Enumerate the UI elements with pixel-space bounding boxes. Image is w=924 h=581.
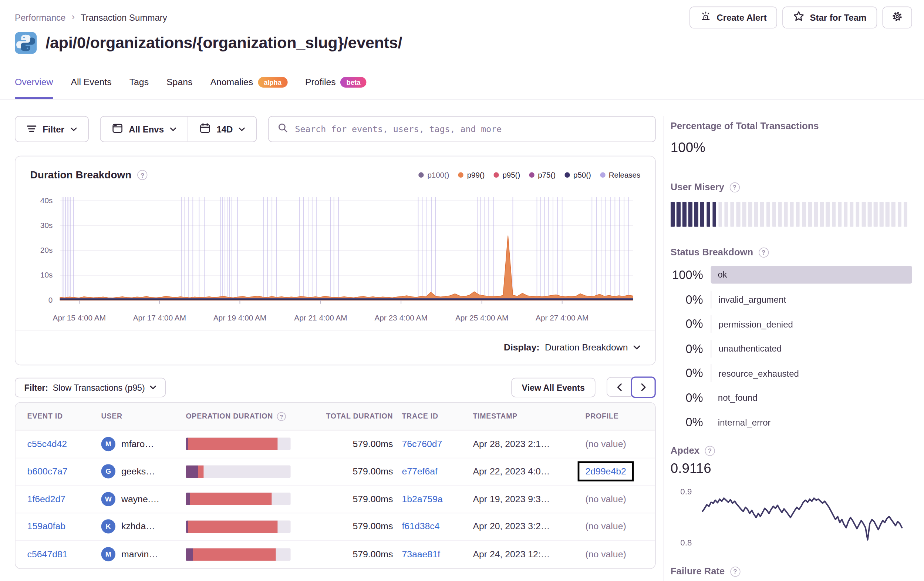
- event-id-link[interactable]: c55c4d42: [27, 439, 67, 449]
- status-row-permission-denied: 0% permission_denied: [671, 315, 912, 333]
- status-row-invalid-argument: 0% invalid_argument: [671, 290, 912, 308]
- misery-tick: [671, 202, 674, 227]
- help-icon[interactable]: ?: [705, 445, 714, 455]
- sidebar-divider: [663, 116, 663, 581]
- legend-item-releases[interactable]: Releases: [600, 170, 640, 179]
- timestamp: Apr 20, 2023 3:2…: [473, 521, 585, 532]
- misery-tick: [832, 202, 836, 227]
- help-icon[interactable]: ?: [729, 182, 739, 192]
- misery-tick: [862, 202, 866, 227]
- event-id-link[interactable]: 159a0fab: [27, 521, 66, 531]
- transactions-filter-label: Filter:: [25, 382, 48, 392]
- status-pct: 100%: [671, 268, 703, 281]
- status-label: unauthenticated: [711, 340, 912, 358]
- misery-tick: [754, 202, 758, 227]
- date-range-selector[interactable]: 14D: [188, 117, 257, 141]
- legend-dot: [493, 172, 498, 178]
- events-list-controls: Filter: Slow Transactions (p95) View All…: [15, 377, 656, 398]
- legend-item-p100[interactable]: p100(): [418, 170, 449, 179]
- profile-link[interactable]: 2d99e4b2: [585, 466, 626, 476]
- chevron-down-icon: [70, 127, 77, 131]
- event-id-link[interactable]: 1f6ed2d7: [27, 494, 66, 504]
- legend-item-p95[interactable]: p95(): [493, 170, 520, 179]
- filter-button[interactable]: Filter: [15, 116, 89, 142]
- status-rows: 100% ok 0% invalid_argument 0% permissio…: [671, 266, 912, 431]
- legend-item-p99[interactable]: p99(): [458, 170, 485, 179]
- breadcrumb: Performance › Transaction Summary: [15, 12, 167, 23]
- user-name: kzhda…: [121, 521, 155, 532]
- duration-chart-plot[interactable]: 40s 30s 20s 10s 0 Apr 15 4:00 AM Apr 17 …: [60, 196, 633, 306]
- help-icon[interactable]: ?: [730, 566, 740, 576]
- status-label: internal_error: [711, 413, 912, 431]
- status-pct: 0%: [671, 415, 703, 429]
- legend-item-p75[interactable]: p75(): [529, 170, 556, 179]
- legend-item-p50[interactable]: p50(): [564, 170, 591, 179]
- metric-title: Apdex?: [671, 445, 912, 456]
- filter-lines-icon: [26, 124, 36, 134]
- settings-button[interactable]: [883, 6, 912, 28]
- operation-duration-bar: [186, 520, 290, 533]
- breadcrumb-performance[interactable]: Performance: [15, 12, 66, 22]
- environment-selector[interactable]: All Envs: [101, 117, 188, 141]
- misery-tick: [826, 202, 830, 227]
- column-header-timestamp: TIMESTAMP: [473, 412, 585, 420]
- status-row-resource-exhausted: 0% resource_exhausted: [671, 364, 912, 382]
- tab-anomalies[interactable]: Anomaliesalpha: [210, 77, 287, 99]
- misery-tick: [718, 202, 722, 227]
- operation-duration-bar: [186, 548, 290, 561]
- duration-breakdown-card: Duration Breakdown ? p100() p99() p95() …: [15, 156, 656, 365]
- trace-id-link[interactable]: 73aae81f: [402, 549, 440, 559]
- profile-value: (no value): [585, 439, 643, 449]
- display-selector[interactable]: Duration Breakdown: [545, 342, 640, 353]
- trace-id-link[interactable]: e77ef6af: [402, 466, 437, 476]
- table-row: 159a0fab Kkzhda… 579.00ms f61d38c4 Apr 2…: [15, 513, 655, 540]
- misery-tick: [676, 202, 680, 227]
- tab-overview[interactable]: Overview: [15, 77, 53, 99]
- trace-id-link[interactable]: f61d38c4: [402, 521, 439, 531]
- misery-tick: [736, 202, 740, 227]
- trace-id-link[interactable]: 1b2a759a: [402, 494, 442, 504]
- tab-profiles[interactable]: Profilesbeta: [305, 77, 366, 99]
- misery-tick: [748, 202, 752, 227]
- chart-header: Duration Breakdown ? p100() p99() p95() …: [30, 169, 641, 181]
- event-id-link[interactable]: c5647d81: [27, 549, 68, 559]
- transactions-filter-selector[interactable]: Filter: Slow Transactions (p95): [15, 378, 166, 397]
- profile-highlight-box: 2d99e4b2: [578, 462, 634, 482]
- previous-page-button[interactable]: [607, 377, 631, 397]
- misery-tick: [879, 202, 883, 227]
- profile-value: (no value): [585, 521, 643, 532]
- next-page-button[interactable]: [631, 376, 656, 398]
- siren-icon: [700, 11, 711, 24]
- star-for-team-button[interactable]: Star for Team: [783, 6, 877, 28]
- user-cell: Mmarvin…: [101, 547, 186, 561]
- help-icon[interactable]: ?: [137, 170, 147, 180]
- column-header-trace-id: TRACE ID: [393, 412, 473, 420]
- status-row-ok: 100% ok: [671, 266, 912, 283]
- legend-dot: [529, 172, 534, 178]
- event-id-link[interactable]: b600c7a7: [27, 466, 68, 476]
- timestamp: Apr 22, 2023 4:0…: [473, 466, 585, 477]
- misery-tick: [778, 202, 782, 227]
- user-name: geeks…: [121, 466, 155, 477]
- tab-spans[interactable]: Spans: [167, 77, 192, 99]
- misery-tick: [898, 202, 901, 227]
- tab-tags[interactable]: Tags: [129, 77, 149, 99]
- misery-tick: [814, 202, 817, 227]
- failure-rate-block: Failure Rate? 0.12%: [671, 566, 912, 581]
- y-axis-label: 10s: [18, 270, 53, 280]
- create-alert-button[interactable]: Create Alert: [690, 6, 777, 28]
- view-all-events-button[interactable]: View All Events: [511, 378, 596, 397]
- star-for-team-label: Star for Team: [810, 12, 866, 22]
- help-icon[interactable]: ?: [277, 412, 286, 421]
- search-input[interactable]: [295, 124, 646, 134]
- tab-all-events[interactable]: All Events: [71, 77, 111, 99]
- status-pct: 0%: [671, 366, 703, 380]
- user-cell: Mmfaro…: [101, 437, 186, 451]
- chevron-down-icon: [239, 127, 245, 131]
- help-icon[interactable]: ?: [759, 247, 769, 257]
- chevron-down-icon: [170, 127, 177, 131]
- column-header-profile: PROFILE: [585, 412, 643, 420]
- trace-id-link[interactable]: 76c760d7: [402, 439, 442, 449]
- total-duration: 579.00ms: [304, 494, 393, 505]
- breadcrumb-separator-icon: ›: [71, 12, 75, 23]
